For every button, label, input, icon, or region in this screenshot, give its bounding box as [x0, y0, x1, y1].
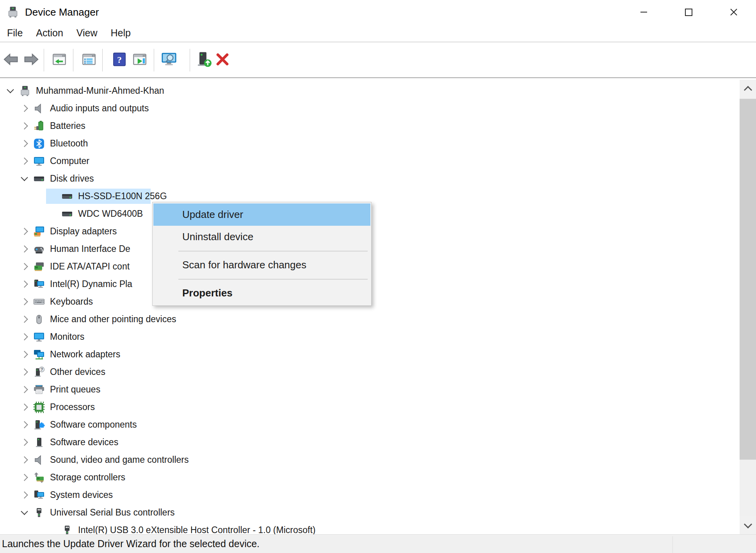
menu-bar: File Action View Help: [0, 24, 756, 42]
update-driver-button[interactable]: [194, 50, 213, 71]
tree-label: Display adapters: [50, 226, 117, 237]
close-button[interactable]: [711, 0, 756, 24]
tree-row[interactable]: Disk drives: [0, 170, 740, 187]
tree-row[interactable]: Software components: [0, 416, 740, 433]
display-adapter-icon: [31, 224, 47, 239]
help-icon: ?: [112, 52, 127, 69]
expand-chevron-icon[interactable]: [17, 152, 31, 170]
tree-row[interactable]: Computer: [0, 152, 740, 170]
menu-help[interactable]: Help: [111, 27, 131, 39]
tree-label: Universal Serial Bus controllers: [50, 507, 175, 518]
tree-label: Keyboards: [50, 296, 93, 307]
processor-icon: [31, 400, 47, 415]
tree-label: Monitors: [50, 332, 84, 342]
tree-label: Other devices: [50, 367, 105, 377]
tree-row[interactable]: Sound, video and game controllers: [0, 451, 740, 469]
expand-chevron-icon[interactable]: [17, 416, 31, 433]
tree-label: Disk drives: [50, 173, 94, 184]
tree-row[interactable]: Mice and other pointing devices: [0, 310, 740, 328]
tree-row[interactable]: Universal Serial Bus controllers: [0, 504, 740, 521]
context-menu: Update driverUninstall deviceScan for ha…: [152, 202, 372, 306]
scrollbar-thumb[interactable]: [740, 99, 756, 460]
expand-chevron-icon[interactable]: [17, 310, 31, 328]
expand-chevron-icon[interactable]: [17, 328, 31, 346]
tree-row[interactable]: Monitors: [0, 328, 740, 346]
expand-chevron-icon[interactable]: [17, 433, 31, 451]
forward-button[interactable]: [22, 50, 41, 71]
device-tree: Muhammad-Munir-Ahmed-KhanAudio inputs an…: [0, 80, 740, 534]
menu-action[interactable]: Action: [36, 27, 63, 39]
tree-row[interactable]: Storage controllers: [0, 469, 740, 486]
menu-view[interactable]: View: [76, 27, 98, 39]
context-menu-item-uninstall-device[interactable]: Uninstall device: [153, 226, 370, 248]
tree-row[interactable]: ?Other devices: [0, 363, 740, 381]
printer-icon: [31, 382, 47, 398]
tree-row[interactable]: Muhammad-Munir-Ahmed-Khan: [0, 82, 740, 100]
scroll-up-button[interactable]: [740, 80, 756, 98]
tree-label: Storage controllers: [50, 472, 125, 483]
tree-row[interactable]: Bluetooth: [0, 135, 740, 152]
expand-chevron-icon[interactable]: [17, 117, 31, 135]
hid-icon: [31, 241, 47, 257]
expand-chevron-icon[interactable]: [17, 275, 31, 293]
expand-chevron-icon[interactable]: [17, 381, 31, 398]
tree-row[interactable]: Audio inputs and outputs: [0, 100, 740, 117]
expand-chevron-icon[interactable]: [17, 346, 31, 363]
tree-row[interactable]: Intel(R) USB 3.0 eXtensible Host Control…: [0, 521, 740, 534]
tree-row[interactable]: Print queues: [0, 381, 740, 398]
back-button[interactable]: [2, 50, 20, 71]
action-pane-button[interactable]: [130, 50, 149, 71]
status-bar: Launches the Update Driver Wizard for th…: [0, 534, 756, 553]
battery-icon: [31, 118, 47, 134]
tree-row[interactable]: Batteries: [0, 117, 740, 135]
forward-icon: [23, 51, 40, 70]
expand-chevron-icon[interactable]: [17, 240, 31, 258]
collapse-chevron-icon[interactable]: [3, 82, 17, 100]
scroll-down-button[interactable]: [740, 516, 756, 534]
tree-label: Batteries: [50, 121, 85, 131]
device-manager-window: Device Manager File Action View Help ? M…: [0, 0, 756, 553]
expand-chevron-icon[interactable]: [17, 363, 31, 381]
uninstall-button[interactable]: [213, 50, 232, 71]
usb-icon: [31, 505, 47, 521]
expand-chevron-icon[interactable]: [17, 135, 31, 152]
network-icon: [31, 347, 47, 362]
update-driver-icon: [195, 51, 212, 70]
collapse-chevron-icon[interactable]: [17, 170, 31, 187]
tree-row[interactable]: Software devices: [0, 433, 740, 451]
context-menu-item-scan-for-hardware-changes[interactable]: Scan for hardware changes: [153, 254, 370, 276]
expand-chevron-icon[interactable]: [17, 258, 31, 275]
expand-chevron-icon[interactable]: [17, 398, 31, 416]
status-bar-divider: [672, 536, 673, 553]
tree-label: Bluetooth: [50, 138, 88, 149]
expand-chevron-icon[interactable]: [17, 293, 31, 310]
title-bar: Device Manager: [0, 0, 756, 24]
expand-chevron-icon[interactable]: [17, 486, 31, 504]
console-tree-icon: [51, 51, 68, 69]
tree-label: Network adapters: [50, 349, 120, 360]
device-manager-icon: [6, 5, 20, 19]
menu-file[interactable]: File: [7, 27, 23, 39]
tree-row[interactable]: Network adapters: [0, 346, 740, 363]
expand-chevron-icon[interactable]: [17, 451, 31, 469]
expand-chevron-icon[interactable]: [17, 223, 31, 240]
mouse-icon: [31, 312, 47, 327]
help-button[interactable]: ?: [110, 50, 129, 71]
properties-button[interactable]: [80, 50, 98, 71]
svg-text:?: ?: [117, 55, 122, 65]
scan-hardware-button[interactable]: [160, 50, 178, 71]
tree-label: IDE ATA/ATAPI cont: [50, 261, 130, 272]
minimize-button[interactable]: [621, 0, 666, 24]
tree-row[interactable]: Processors: [0, 398, 740, 416]
tree-row[interactable]: System devices: [0, 486, 740, 504]
tree-label: Print queues: [50, 384, 100, 395]
context-menu-item-update-driver[interactable]: Update driver: [153, 203, 370, 226]
expand-chevron-icon[interactable]: [17, 100, 31, 117]
expand-chevron-icon[interactable]: [17, 469, 31, 486]
context-menu-item-properties[interactable]: Properties: [153, 282, 370, 304]
maximize-button[interactable]: [666, 0, 711, 24]
vertical-scrollbar[interactable]: [740, 80, 756, 534]
collapse-chevron-icon[interactable]: [17, 504, 31, 521]
chevron-down-icon: [744, 520, 752, 528]
show-console-tree-button[interactable]: [50, 50, 69, 71]
